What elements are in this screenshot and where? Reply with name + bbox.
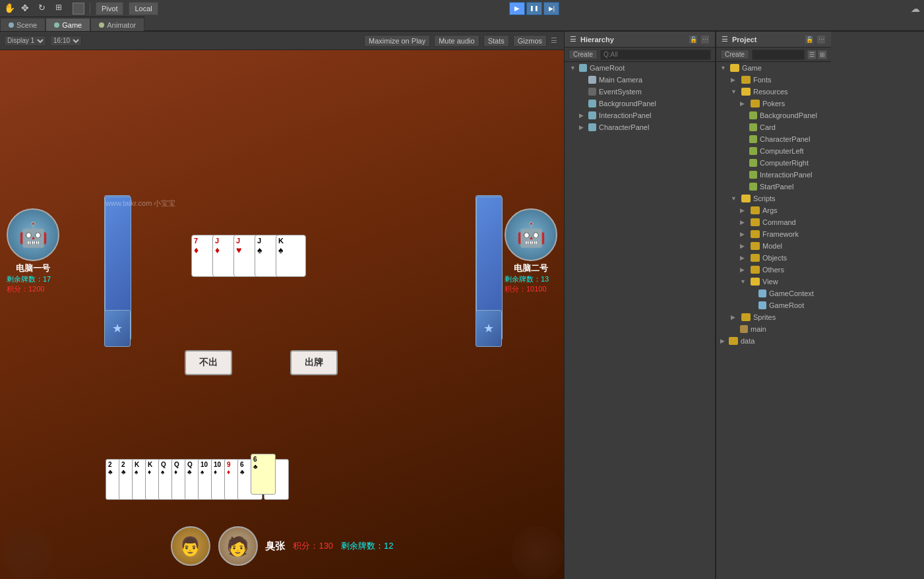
main-scene-icon xyxy=(740,325,748,333)
tab-scene[interactable]: Scene xyxy=(0,18,46,31)
proj-item-pokers[interactable]: ▶ Pokers xyxy=(716,98,831,109)
proj-item-fonts[interactable]: ▶ Fonts xyxy=(716,74,831,86)
model-folder-icon xyxy=(751,242,760,250)
tab-game[interactable]: Game xyxy=(46,18,90,31)
player3-remaining: 剩余牌数：12 xyxy=(341,540,393,552)
proj-item-data[interactable]: ▶ data xyxy=(716,335,831,347)
proj-item-main-scene[interactable]: main xyxy=(716,323,831,335)
play-button[interactable]: ▶ xyxy=(509,2,525,15)
proj-item-args[interactable]: ▶ Args xyxy=(716,204,831,216)
proj-item-gamecontext[interactable]: GameContext xyxy=(716,288,831,299)
player2-remaining: 剩余牌数：13 xyxy=(505,274,557,284)
proj-item-characterpanel-prefab[interactable]: CharacterPanel xyxy=(716,133,831,145)
corner-deco-br xyxy=(511,526,564,579)
hand-card-6c2[interactable]: 6♣ xyxy=(251,454,276,495)
hierarchy-toolbar: Create xyxy=(565,47,715,62)
proj-item-framework[interactable]: ▶ Framework xyxy=(716,228,831,240)
characterpanel-prefab-icon xyxy=(749,135,757,143)
player1-card-stack: ★ xyxy=(104,195,132,353)
watermark: www.taikr.com 小宝宝 xyxy=(106,198,175,208)
hierarchy-create-button[interactable]: Create xyxy=(569,49,598,59)
player1-score: 积分：1200 xyxy=(7,284,59,294)
project-list-view-button[interactable]: ☰ xyxy=(807,50,816,59)
command-folder-icon xyxy=(751,218,760,226)
tree-item-eventsystem[interactable]: EventSystem xyxy=(565,86,715,98)
gameroot-icon xyxy=(579,64,587,72)
tree-item-interactionpanel[interactable]: ▶ InteractionPanel xyxy=(565,109,715,121)
project-grid-view-button[interactable]: ⊞ xyxy=(818,50,827,59)
view-folder-icon xyxy=(751,278,760,286)
project-panel: ☰ Project 🔓 ⋯ Create ☰ ⊞ xyxy=(716,32,831,579)
pause-button[interactable]: ❚❚ xyxy=(526,2,542,15)
proj-item-gameroot-script[interactable]: GameRoot xyxy=(716,299,831,311)
hierarchy-lock-button[interactable]: 🔓 xyxy=(689,35,698,44)
player2-card-stack: ★ xyxy=(476,195,503,353)
tree-item-characterpanel[interactable]: ▶ CharacterPanel xyxy=(565,121,715,133)
project-search-input[interactable] xyxy=(752,49,805,60)
player3-score: 积分：130 xyxy=(293,540,333,552)
proj-item-sprites[interactable]: ▶ Sprites xyxy=(716,311,831,323)
cloud-icon: ☁ xyxy=(911,3,920,14)
center-play-area: 7 ♦ J ♦ J ♥ J ♠ xyxy=(191,235,306,277)
display-select[interactable]: Display 1 xyxy=(4,36,46,46)
proj-item-computerleft-prefab[interactable]: ComputerLeft xyxy=(716,145,831,157)
player3-name: 臭张 xyxy=(265,540,285,553)
viewport-menu-icon[interactable]: ☰ xyxy=(551,36,560,46)
game-viewport: Display 1 16:10 Maximize on Play Mute au… xyxy=(0,32,564,579)
card-prefab-icon xyxy=(749,123,757,131)
proj-item-scripts[interactable]: ▼ Scripts xyxy=(716,193,831,204)
startpanel-prefab-icon xyxy=(749,183,757,191)
sprites-folder-icon xyxy=(741,313,751,321)
play-card-button[interactable]: 出牌 xyxy=(290,350,338,375)
tab-animator[interactable]: Animator xyxy=(90,18,144,31)
project-more-button[interactable]: ⋯ xyxy=(816,35,826,44)
player2-name: 电脑二号 xyxy=(505,262,557,274)
project-lock-button[interactable]: 🔓 xyxy=(805,35,814,44)
resolution-select[interactable]: 16:10 xyxy=(50,36,82,46)
args-folder-icon xyxy=(751,206,760,214)
mute-audio-button[interactable]: Mute audio xyxy=(434,35,479,47)
objects-folder-icon xyxy=(751,254,760,262)
tree-item-gameroot[interactable]: ▼ GameRoot xyxy=(565,62,715,74)
pokers-folder-icon xyxy=(751,100,760,107)
move-icon: ✥ xyxy=(21,3,33,15)
proj-item-resources[interactable]: ▼ Resources xyxy=(716,86,831,98)
proj-item-view[interactable]: ▼ View xyxy=(716,276,831,288)
project-create-button[interactable]: Create xyxy=(720,49,749,59)
data-folder-icon xyxy=(729,337,738,345)
resources-folder-icon xyxy=(741,88,751,96)
proj-item-game[interactable]: ▼ Game xyxy=(716,62,831,74)
player1-single-card: ★ xyxy=(104,310,131,347)
tree-item-backgroundpanel[interactable]: BackgroundPanel xyxy=(565,98,715,109)
pass-button[interactable]: 不出 xyxy=(185,350,232,375)
eventsystem-icon xyxy=(588,88,596,96)
corner-deco-bl xyxy=(0,526,53,579)
computerright-prefab-icon xyxy=(749,159,757,167)
game-folder-icon xyxy=(730,64,739,72)
proj-item-card-prefab[interactable]: Card xyxy=(716,121,831,133)
tree-item-maincamera[interactable]: Main Camera xyxy=(565,74,715,86)
maximize-on-play-button[interactable]: Maximize on Play xyxy=(364,35,430,47)
stats-button[interactable]: Stats xyxy=(483,35,509,47)
proj-item-startpanel-prefab[interactable]: StartPanel xyxy=(716,181,831,193)
hierarchy-search-input[interactable] xyxy=(600,49,711,60)
pivot-button[interactable]: Pivot xyxy=(96,2,123,15)
player2-score: 积分：10100 xyxy=(505,284,557,294)
proj-item-model[interactable]: ▶ Model xyxy=(716,240,831,252)
proj-item-computerright-prefab[interactable]: ComputerRight xyxy=(716,157,831,169)
player2-single-card: ★ xyxy=(476,310,502,347)
step-button[interactable]: ▶| xyxy=(543,2,559,15)
proj-item-objects[interactable]: ▶ Objects xyxy=(716,252,831,264)
gizmos-button[interactable]: Gizmos xyxy=(513,35,547,47)
hierarchy-more-button[interactable]: ⋯ xyxy=(700,35,710,44)
proj-item-interactionpanel-prefab[interactable]: InteractionPanel xyxy=(716,169,831,181)
proj-item-others[interactable]: ▶ Others xyxy=(716,264,831,276)
interactionpanel-icon xyxy=(588,111,596,119)
proj-item-command[interactable]: ▶ Command xyxy=(716,216,831,228)
main-layout: Display 1 16:10 Maximize on Play Mute au… xyxy=(0,32,924,579)
game-canvas: 🤖 电脑一号 剩余牌数：17 积分：1200 xyxy=(0,50,564,579)
local-button[interactable]: Local xyxy=(129,2,158,15)
proj-item-backgroundpanel-prefab[interactable]: BackgroundPanel xyxy=(716,109,831,121)
computerleft-prefab-icon xyxy=(749,147,757,155)
panels-container: ☰ Hierarchy 🔓 ⋯ Create ▼ Gam xyxy=(564,32,831,579)
